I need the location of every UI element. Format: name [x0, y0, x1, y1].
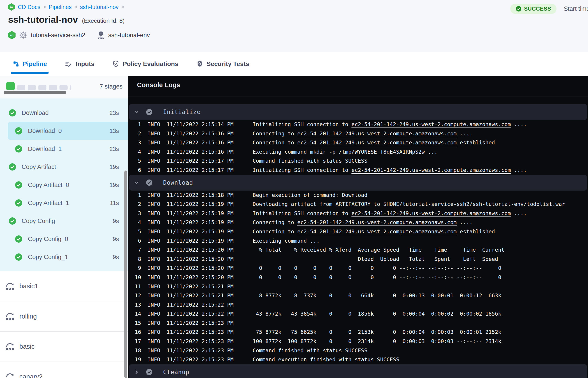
stage-row[interactable]: Copy Config_0 9s	[0, 230, 128, 248]
log-line: 19 INFO 11/11/2022 2:15:23 PM Command ex…	[128, 355, 588, 364]
environment-name[interactable]: ssh-tutorial-env	[108, 32, 150, 39]
log-section-header[interactable]: Download	[129, 175, 587, 190]
stage-label: Download	[22, 109, 49, 116]
content: 7 stages Download 23s Download_0 13s Dow…	[0, 76, 588, 378]
log-line: 2 INFO 11/11/2022 2:15:19 PM Downloading…	[128, 200, 588, 209]
rollback-icon	[5, 342, 15, 351]
log-line: 5 INFO 11/11/2022 2:15:17 PM Command fin…	[128, 156, 588, 166]
console-logs-title: Console Logs	[128, 76, 588, 96]
log-line: 13 INFO 11/11/2022 2:15:22 PM	[128, 300, 588, 310]
chevron-down-icon[interactable]	[134, 180, 139, 186]
pipeline-row[interactable]: canary2	[0, 362, 128, 378]
minimap-stage-block[interactable]	[38, 85, 46, 90]
minimap-scrollbar[interactable]	[4, 91, 66, 94]
stage-success-icon	[15, 127, 23, 135]
log-line: 18 INFO 11/11/2022 2:15:23 PM Command fi…	[128, 346, 588, 355]
sidebar-scrollbar[interactable]	[124, 171, 127, 378]
stage-row[interactable]: Copy Config_1 9s	[0, 248, 128, 266]
chevron-down-icon[interactable]	[134, 369, 139, 375]
stage-row[interactable]: Download_0 13s	[8, 122, 128, 140]
tab-policy-evaluations[interactable]: Policy Evaluations	[112, 52, 178, 76]
host-link[interactable]: ec2-54-201-142-249.us-west-2.compute.ama…	[351, 121, 511, 127]
breadcrumb-separator: >	[121, 4, 124, 10]
stage-label: Copy Artifact	[22, 163, 56, 171]
pipeline-execution-page: ∞ CD Docs > Pipelines > ssh-tutorial-nov…	[0, 0, 588, 378]
stage-row[interactable]: Copy Artifact_1 11s	[0, 194, 128, 212]
chevron-down-icon[interactable]	[134, 109, 139, 115]
breadcrumb-separator: >	[74, 4, 77, 10]
pipeline-icon	[13, 61, 19, 67]
stage-success-icon	[15, 235, 23, 243]
stage-label: Copy Config_1	[28, 254, 68, 261]
log-section: Cleanup	[128, 364, 588, 378]
stage-row[interactable]: Download 23s	[0, 104, 128, 122]
breadcrumb-link-pipelines[interactable]: Pipelines	[49, 4, 71, 10]
stage-success-icon	[9, 163, 16, 171]
stage-duration: 23s	[109, 109, 128, 116]
log-line: 1 INFO 11/11/2022 2:15:14 PM Initializin…	[128, 120, 588, 129]
stages-sidebar: 7 stages Download 23s Download_0 13s Dow…	[0, 76, 128, 378]
log-line: 7 INFO 11/11/2022 2:15:20 PM % Total % R…	[128, 245, 588, 255]
log-section: Download 1 INFO 11/11/2022 2:15:18 PM Be…	[128, 175, 588, 364]
harness-cd-icon: ∞	[8, 3, 15, 11]
minimap-stage-block[interactable]	[70, 85, 71, 90]
log-line: 10 INFO 11/11/2022 2:15:20 PM 0 0 0 0 0 …	[128, 273, 588, 282]
pipeline-row[interactable]: rolling	[0, 301, 128, 332]
tab-pipeline[interactable]: Pipeline	[13, 52, 47, 76]
inputs-icon	[65, 61, 72, 67]
host-link[interactable]: ec2-54-201-142-249.us-west-2.compute.ama…	[351, 167, 511, 173]
minimap-stage-block[interactable]	[6, 82, 15, 90]
stage-label: Download_0	[28, 127, 62, 135]
breadcrumb-row: ∞ CD Docs > Pipelines > ssh-tutorial-nov…	[8, 0, 588, 10]
log-section-header[interactable]: Initialize	[129, 104, 587, 120]
tab-inputs-label: Inputs	[76, 60, 94, 68]
stage-success-icon	[15, 145, 23, 153]
rollback-icon	[5, 312, 15, 321]
log-section-name: Download	[163, 179, 193, 186]
pipeline-label: canary2	[19, 373, 43, 378]
stage-row[interactable]: Download_1 23s	[0, 140, 128, 158]
stage-label: Download_1	[28, 146, 62, 152]
log-line: 16 INFO 11/11/2022 2:15:23 PM 75 8772k 7…	[128, 327, 588, 337]
section-success-icon	[146, 108, 153, 116]
pipeline-row[interactable]: basic1	[0, 271, 128, 301]
stage-row[interactable]: Copy Artifact 19s	[0, 158, 128, 176]
stage-success-icon	[9, 109, 16, 117]
breadcrumb-link-pipeline[interactable]: ssh-tutorial-nov	[80, 4, 119, 10]
tab-bar: Pipeline Inputs Policy Evaluations	[0, 52, 588, 76]
log-line: 3 INFO 11/11/2022 2:15:19 PM Initializin…	[128, 209, 588, 218]
tab-policy-evaluations-label: Policy Evaluations	[122, 60, 178, 68]
execution-id: (Execution Id: 8)	[82, 17, 125, 24]
tab-security-tests[interactable]: Security Tests	[197, 52, 249, 76]
log-line: 6 INFO 11/11/2022 2:15:19 PM Executing c…	[128, 236, 588, 245]
log-line: 4 INFO 11/11/2022 2:15:19 PM Connecting …	[128, 218, 588, 227]
minimap-stage-block[interactable]	[49, 85, 57, 90]
host-link[interactable]: ec2-54-201-142-249.us-west-2.compute.ama…	[351, 210, 511, 216]
host-link[interactable]: ec2-54-201-142-249.us-west-2.compute.ama…	[297, 229, 457, 235]
host-link[interactable]: ec2-54-201-142-249.us-west-2.compute.ama…	[297, 219, 457, 226]
log-section-lines: 1 INFO 11/11/2022 2:15:18 PM Begin execu…	[128, 190, 588, 364]
security-shield-icon	[197, 60, 203, 68]
minimap-stage-block[interactable]	[59, 85, 67, 90]
breadcrumb-link-project[interactable]: CD Docs	[18, 4, 40, 10]
stage-row[interactable]: Copy Config 9s	[0, 212, 128, 230]
service-name[interactable]: tutorial-service-ssh2	[31, 32, 85, 39]
stage-success-icon	[15, 199, 23, 207]
start-time-label: Start time	[564, 5, 588, 12]
service-gear-icon	[19, 31, 27, 39]
host-link[interactable]: ec2-54-201-142-249.us-west-2.compute.ama…	[297, 130, 457, 137]
host-link[interactable]: ec2-54-201-142-249.us-west-2.compute.ama…	[297, 139, 457, 146]
minimap-stage-block[interactable]	[28, 85, 36, 90]
log-section-header[interactable]: Cleanup	[129, 364, 587, 378]
success-check-icon	[516, 6, 521, 12]
console-log-area: Initialize 1 INFO 11/11/2022 2:15:14 PM …	[128, 96, 588, 378]
stage-minimap[interactable]	[6, 82, 71, 90]
stage-duration: 23s	[109, 146, 128, 152]
tab-inputs[interactable]: Inputs	[65, 52, 94, 76]
stage-label: Copy Config_0	[28, 236, 68, 243]
minimap-stage-block[interactable]	[17, 85, 25, 90]
pipeline-label: basic1	[19, 283, 38, 290]
stage-row[interactable]: Copy Artifact_0 19s	[0, 176, 128, 194]
pipeline-row[interactable]: basic	[0, 332, 128, 362]
stage-success-icon	[15, 253, 23, 261]
